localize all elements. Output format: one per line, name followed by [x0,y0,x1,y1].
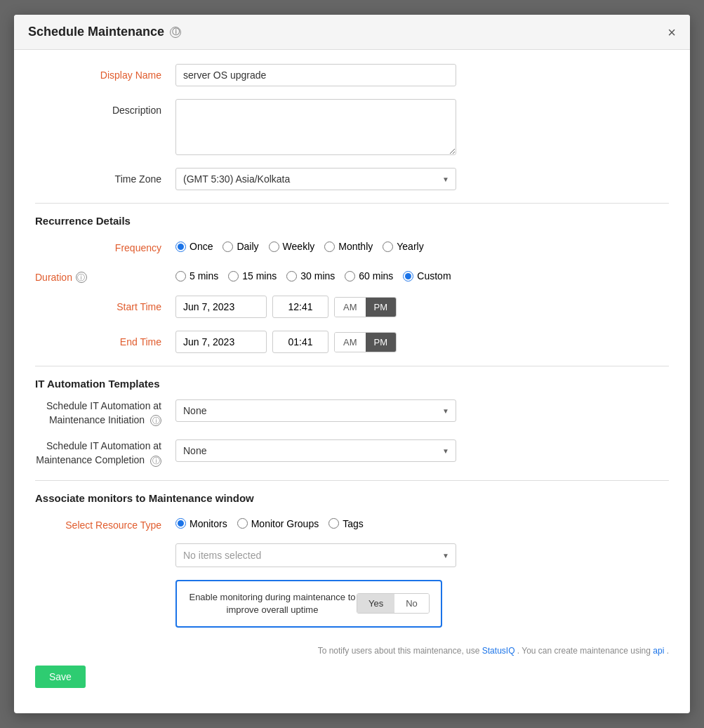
statusiq-link[interactable]: StatusIQ [482,646,515,656]
resource-tags-radio[interactable] [328,518,339,529]
completion-select[interactable]: None [175,439,456,462]
completion-info-icon[interactable]: ⓘ [150,456,161,467]
frequency-once-radio[interactable] [175,241,186,252]
description-input[interactable] [175,99,456,155]
api-link[interactable]: api [653,646,664,656]
frequency-once-label: Once [190,241,213,252]
resource-monitor-groups[interactable]: Monitor Groups [237,518,319,529]
duration-label-text: Duration [35,272,72,283]
enable-monitoring-row: Enable monitoring during maintenance to … [35,580,669,628]
resource-tags[interactable]: Tags [328,518,364,529]
notify-end-text: . [667,646,669,656]
duration-label: Duration ⓘ [35,266,175,283]
save-button[interactable]: Save [35,666,86,688]
no-button[interactable]: No [394,594,429,613]
timezone-select[interactable]: (GMT 5:30) Asia/Kolkata [175,168,456,190]
frequency-daily[interactable]: Daily [223,241,258,252]
duration-radio-group: 5 mins 15 mins 30 mins 60 mins [175,266,451,282]
recurrence-section-title: Recurrence Details [35,215,669,227]
display-name-row: Display Name [35,64,669,86]
frequency-weekly[interactable]: Weekly [269,241,315,252]
start-pm-button[interactable]: PM [366,298,397,317]
initiation-label: Schedule IT Automation at Maintenance In… [35,399,175,427]
end-pm-button[interactable]: PM [366,333,397,352]
resource-monitors[interactable]: Monitors [175,518,227,529]
duration-row: Duration ⓘ 5 mins 15 mins 30 [35,266,669,283]
start-time-group: AM PM [175,296,397,318]
frequency-monthly[interactable]: Monthly [324,241,373,252]
yes-no-group: Yes No [357,593,430,614]
modal-info-icon[interactable]: ⓘ [170,27,181,38]
notify-row: To notify users about this maintenance, … [35,640,669,666]
resource-tags-label: Tags [343,518,364,529]
duration-info-icon[interactable]: ⓘ [76,272,87,283]
end-time-label: End Time [35,331,175,348]
end-am-button[interactable]: AM [335,333,366,352]
start-am-button[interactable]: AM [335,298,366,317]
end-date-input[interactable] [175,331,267,353]
initiation-info-icon[interactable]: ⓘ [150,415,161,426]
timezone-row: Time Zone (GMT 5:30) Asia/Kolkata [35,168,669,190]
duration-15mins-label: 15 mins [242,270,277,282]
duration-5mins[interactable]: 5 mins [175,270,218,282]
duration-60mins[interactable]: 60 mins [345,270,393,282]
resource-monitor-groups-label: Monitor Groups [251,518,319,529]
frequency-weekly-radio[interactable] [269,241,279,252]
frequency-yearly-label: Yearly [397,241,423,252]
associate-divider [35,480,669,481]
duration-30mins[interactable]: 30 mins [286,270,335,282]
end-time-input[interactable] [272,331,328,353]
enable-monitoring-box: Enable monitoring during maintenance to … [175,580,442,628]
frequency-yearly[interactable]: Yearly [383,241,423,252]
completion-label: Schedule IT Automation at Maintenance Co… [35,439,175,467]
notify-middle-text: . You can create maintenance using [517,646,651,656]
duration-60mins-radio[interactable] [345,271,355,282]
initiation-label-text: Schedule IT Automation at Maintenance In… [46,400,161,425]
frequency-yearly-radio[interactable] [383,241,393,252]
yes-button[interactable]: Yes [357,594,394,613]
frequency-daily-radio[interactable] [223,241,233,252]
items-multiselect[interactable]: No items selected [175,543,456,567]
start-time-label: Start Time [35,296,175,312]
duration-custom[interactable]: Custom [403,270,451,282]
schedule-maintenance-modal: Schedule Maintenance ⓘ × Display Name De… [14,15,690,713]
initiation-select[interactable]: None [175,399,456,422]
modal-overlay: Schedule Maintenance ⓘ × Display Name De… [0,0,704,728]
frequency-label: Frequency [35,237,175,253]
end-time-group: AM PM [175,331,397,353]
duration-15mins-radio[interactable] [228,271,239,282]
resource-type-radio-group: Monitors Monitor Groups Tags [175,514,364,529]
duration-30mins-label: 30 mins [300,270,335,282]
items-multiselect-wrapper: No items selected [175,543,456,567]
it-automation-section-title: IT Automation Templates [35,378,669,390]
associate-section-title: Associate monitors to Maintenance window [35,492,669,504]
frequency-monthly-label: Monthly [338,241,373,252]
duration-60mins-label: 60 mins [359,270,393,282]
timezone-select-wrapper: (GMT 5:30) Asia/Kolkata [175,168,456,190]
start-time-input[interactable] [272,296,328,318]
display-name-label: Display Name [35,64,175,81]
display-name-input[interactable] [175,64,456,86]
duration-30mins-radio[interactable] [286,271,297,282]
duration-custom-radio[interactable] [403,271,413,282]
end-ampm-group: AM PM [334,332,397,352]
resource-monitor-groups-radio[interactable] [237,518,248,529]
duration-15mins[interactable]: 15 mins [228,270,277,282]
initiation-select-wrapper: None [175,399,456,422]
start-date-input[interactable] [175,296,267,318]
frequency-daily-label: Daily [237,241,258,252]
completion-row: Schedule IT Automation at Maintenance Co… [35,439,669,467]
resource-monitors-radio[interactable] [175,518,186,529]
recurrence-divider [35,203,669,204]
resource-type-label: Select Resource Type [35,514,175,531]
resource-type-row: Select Resource Type Monitors Monitor Gr… [35,514,669,531]
duration-custom-label: Custom [417,270,451,282]
completion-label-text: Schedule IT Automation at Maintenance Co… [36,440,161,465]
frequency-once[interactable]: Once [175,241,213,252]
enable-monitoring-spacer [35,580,175,585]
frequency-monthly-radio[interactable] [324,241,335,252]
modal-title: Schedule Maintenance ⓘ [28,25,181,39]
duration-5mins-radio[interactable] [175,271,186,282]
items-select-spacer [35,543,175,549]
modal-close-button[interactable]: × [668,25,676,39]
